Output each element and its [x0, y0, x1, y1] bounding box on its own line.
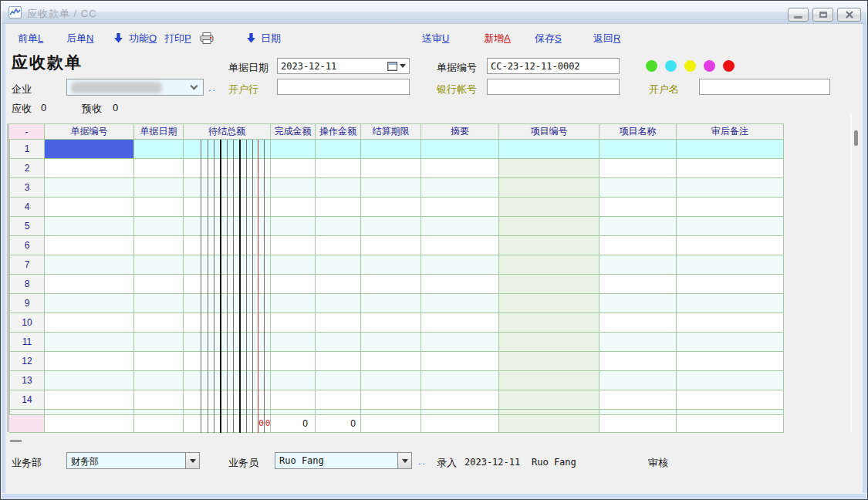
table-cell[interactable] — [316, 178, 361, 198]
table-cell[interactable] — [499, 415, 599, 433]
table-cell[interactable] — [184, 371, 271, 390]
table-cell[interactable] — [45, 352, 134, 371]
table-cell[interactable] — [9, 410, 45, 415]
table-cell[interactable] — [677, 198, 784, 217]
total-operated[interactable]: 0 — [316, 415, 361, 433]
table-cell[interactable] — [45, 390, 134, 410]
row-number[interactable]: 4 — [9, 198, 45, 217]
table-cell[interactable] — [499, 217, 599, 236]
table-cell[interactable] — [316, 255, 361, 275]
table-cell[interactable] — [499, 371, 599, 390]
table-cell[interactable] — [134, 313, 184, 333]
table-cell[interactable] — [184, 236, 271, 255]
scrollbar-track[interactable] — [850, 114, 852, 432]
table-cell[interactable] — [599, 371, 677, 390]
total-completed[interactable]: 0 — [271, 415, 316, 433]
table-cell[interactable] — [421, 140, 499, 159]
dropdown-button[interactable] — [185, 453, 199, 468]
selected-cell[interactable] — [45, 140, 134, 159]
table-cell[interactable] — [45, 415, 134, 433]
table-cell[interactable] — [599, 390, 677, 410]
printer-icon[interactable] — [200, 32, 214, 47]
save-button[interactable]: 保存S — [535, 32, 562, 46]
table-cell[interactable] — [271, 159, 316, 178]
table-cell[interactable] — [421, 294, 499, 313]
row-number[interactable]: 5 — [9, 217, 45, 236]
clerk-combobox[interactable]: Ruo Fang — [275, 452, 412, 469]
table-cell[interactable] — [677, 313, 784, 333]
table-cell[interactable] — [134, 410, 184, 415]
table-cell[interactable] — [184, 410, 271, 415]
row-number[interactable]: 14 — [9, 390, 45, 410]
table-cell[interactable] — [421, 390, 499, 410]
table-cell[interactable] — [599, 415, 677, 433]
row-number[interactable]: 12 — [9, 352, 45, 371]
next-doc-button[interactable]: 后单N — [66, 32, 93, 46]
table-cell[interactable] — [184, 333, 271, 352]
table-cell[interactable] — [271, 410, 316, 415]
table-cell[interactable] — [599, 352, 677, 371]
table-cell[interactable] — [45, 275, 134, 294]
table-cell[interactable] — [361, 313, 421, 333]
dropdown-button[interactable] — [397, 453, 411, 468]
table-cell[interactable] — [421, 275, 499, 294]
status-dot[interactable] — [684, 60, 696, 72]
column-header[interactable]: 项目编号 — [499, 124, 599, 140]
table-cell[interactable] — [271, 217, 316, 236]
table-cell[interactable] — [599, 255, 677, 275]
table-cell[interactable] — [271, 236, 316, 255]
table-cell[interactable] — [599, 236, 677, 255]
table-cell[interactable] — [677, 390, 784, 410]
table-cell[interactable] — [677, 371, 784, 390]
column-header[interactable]: 完成金额 — [271, 124, 316, 140]
table-cell[interactable] — [316, 159, 361, 178]
table-cell[interactable] — [271, 390, 316, 410]
table-cell[interactable] — [271, 371, 316, 390]
table-cell[interactable] — [45, 236, 134, 255]
table-cell[interactable] — [361, 140, 421, 159]
table-cell[interactable] — [599, 275, 677, 294]
table-cell[interactable] — [499, 410, 599, 415]
close-button[interactable] — [837, 8, 861, 22]
table-cell[interactable] — [271, 178, 316, 198]
table-cell[interactable] — [599, 294, 677, 313]
row-number[interactable]: 7 — [9, 255, 45, 275]
row-number[interactable]: 13 — [9, 371, 45, 390]
table-cell[interactable] — [316, 217, 361, 236]
bank-branch-input[interactable] — [277, 79, 410, 95]
table-cell[interactable] — [499, 313, 599, 333]
table-cell[interactable] — [9, 415, 45, 433]
table-cell[interactable] — [421, 410, 499, 415]
table-cell[interactable] — [421, 415, 499, 433]
table-cell[interactable] — [677, 159, 784, 178]
row-number[interactable]: 8 — [9, 275, 45, 294]
table-cell[interactable] — [361, 198, 421, 217]
titlebar[interactable]: 应收款单 / CC — [2, 1, 866, 24]
table-cell[interactable] — [421, 371, 499, 390]
table-cell[interactable] — [184, 415, 271, 433]
table-cell[interactable] — [184, 178, 271, 198]
table-cell[interactable] — [499, 198, 599, 217]
row-number[interactable]: 11 — [9, 333, 45, 352]
table-cell[interactable] — [361, 352, 421, 371]
table-cell[interactable] — [316, 371, 361, 390]
table-cell[interactable] — [134, 198, 184, 217]
row-number[interactable]: 6 — [9, 236, 45, 255]
table-cell[interactable] — [45, 294, 134, 313]
column-header[interactable]: 单据编号 — [45, 124, 134, 140]
table-cell[interactable] — [677, 255, 784, 275]
table-cell[interactable] — [184, 159, 271, 178]
row-number[interactable]: 1 — [9, 140, 45, 159]
table-cell[interactable] — [316, 275, 361, 294]
table-cell[interactable] — [134, 275, 184, 294]
table-cell[interactable] — [361, 294, 421, 313]
table-cell[interactable] — [45, 198, 134, 217]
table-cell[interactable] — [499, 255, 599, 275]
minimize-button[interactable] — [788, 8, 809, 22]
date-button[interactable]: 日期 — [261, 32, 281, 46]
table-cell[interactable] — [421, 217, 499, 236]
table-cell[interactable] — [361, 275, 421, 294]
submit-review-button[interactable]: 送审U — [422, 32, 449, 46]
table-cell[interactable] — [45, 371, 134, 390]
table-cell[interactable] — [134, 294, 184, 313]
